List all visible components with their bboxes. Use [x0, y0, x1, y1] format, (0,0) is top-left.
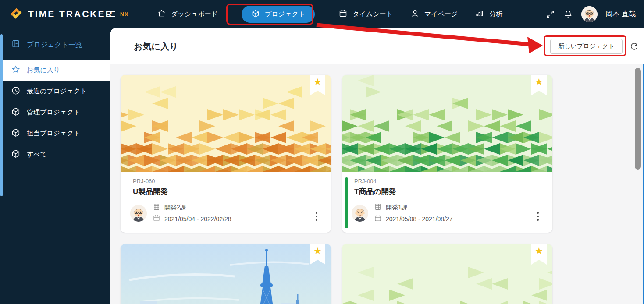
main-nav: ダッシュボード プロジェクト タイムシート マイページ 分析 — [157, 0, 502, 28]
project-cover-image — [121, 244, 331, 304]
page-header: お気に入り 新しいプロジェクト — [110, 28, 644, 64]
organization-icon — [374, 203, 382, 212]
clock-icon — [11, 86, 21, 97]
sidebar-title: プロジェクト一覧 — [0, 28, 110, 60]
brand-name: TIME TRACKER — [28, 9, 114, 19]
project-card[interactable]: ★ PRJ-060 U製品開発 開発2課 2021/05/04 - 2022/0… — [121, 75, 331, 233]
project-org: 開発2課 — [164, 204, 186, 212]
project-card-info: PRJ-004 T商品の開発 開発1課 2021/05/08 - 2021/08… — [342, 172, 552, 233]
project-card[interactable]: ★ — [342, 244, 552, 304]
sidebar-item-all[interactable]: すべて — [0, 144, 110, 165]
organization-icon — [153, 203, 160, 212]
sidebar-item-assigned[interactable]: 担当プロジェクト — [0, 123, 110, 144]
project-name: U製品開発 — [121, 184, 331, 197]
nav-dashboard[interactable]: ダッシュボード — [157, 9, 218, 19]
nav-mypage[interactable]: マイページ — [410, 9, 458, 19]
project-dates: 2021/05/04 - 2022/02/28 — [164, 216, 231, 223]
expand-icon[interactable] — [546, 10, 555, 19]
nav-project[interactable]: プロジェクト — [242, 6, 315, 23]
calendar-icon — [153, 214, 160, 223]
project-name: T商品の開発 — [342, 184, 552, 197]
vertical-scrollbar[interactable] — [635, 68, 641, 170]
notification-bell-icon[interactable] — [563, 9, 573, 19]
project-card[interactable]: ★ — [121, 244, 331, 304]
cube-icon — [251, 9, 260, 19]
project-card[interactable]: ★ PRJ-004 T商品の開発 開発1課 2021/05/08 - 2021/… — [342, 75, 552, 233]
project-cover-image — [342, 75, 552, 172]
new-project-button[interactable]: 新しいプロジェクト — [550, 39, 623, 54]
brand-suffix: NX — [120, 11, 129, 18]
calendar-icon — [374, 214, 382, 223]
refresh-icon[interactable] — [629, 42, 639, 53]
kebab-menu-icon[interactable] — [532, 209, 544, 226]
member-avatar — [352, 205, 368, 222]
main-content: お気に入り 新しいプロジェクト ★ PRJ-060 U製品開発 開発2課 202… — [110, 28, 644, 304]
person-icon — [410, 9, 420, 19]
sidebar: プロジェクト一覧 お気に入り 最近のプロジェクト 管理プロジェクト 担当プロジェ… — [0, 28, 110, 304]
top-bar: TIME TRACKER NX ダッシュボード プロジェクト タイムシート — [0, 0, 644, 28]
cube-icon — [11, 149, 21, 160]
project-cover-image — [121, 75, 331, 172]
project-code: PRJ-004 — [342, 172, 552, 184]
sidebar-item-recent[interactable]: 最近のプロジェクト — [0, 81, 110, 102]
hamburger-menu-icon[interactable] — [106, 9, 117, 19]
project-cover-image — [342, 244, 552, 304]
sidebar-scroll-indicator[interactable] — [0, 34, 3, 196]
kebab-menu-icon[interactable] — [311, 209, 322, 226]
sidebar-item-managed[interactable]: 管理プロジェクト — [0, 102, 110, 123]
project-card-grid: ★ PRJ-060 U製品開発 開発2課 2021/05/04 - 2022/0… — [110, 64, 644, 304]
cube-icon — [11, 107, 21, 118]
member-avatar — [130, 205, 147, 222]
cube-icon — [11, 128, 21, 139]
brand-icon — [9, 6, 23, 22]
project-card-info: PRJ-060 U製品開発 開発2課 2021/05/04 - 2022/02/… — [121, 172, 331, 233]
bar-chart-icon — [475, 9, 484, 19]
calendar-icon — [338, 9, 348, 19]
book-icon — [11, 39, 21, 50]
project-code: PRJ-060 — [121, 172, 331, 184]
user-name: 岡本 直哉 — [606, 10, 636, 19]
star-icon — [11, 65, 21, 76]
home-icon — [157, 9, 166, 19]
page-title: お気に入り — [134, 41, 178, 53]
nav-analysis[interactable]: 分析 — [475, 9, 502, 19]
user-avatar[interactable] — [581, 6, 598, 22]
sidebar-item-favorites[interactable]: お気に入り — [3, 60, 110, 81]
project-org: 開発1課 — [386, 204, 408, 212]
topbar-right-group: 岡本 直哉 — [546, 0, 636, 28]
nav-timesheet[interactable]: タイムシート — [338, 9, 393, 19]
status-accent-bar — [345, 177, 348, 228]
project-dates: 2021/05/08 - 2021/08/27 — [386, 216, 453, 223]
